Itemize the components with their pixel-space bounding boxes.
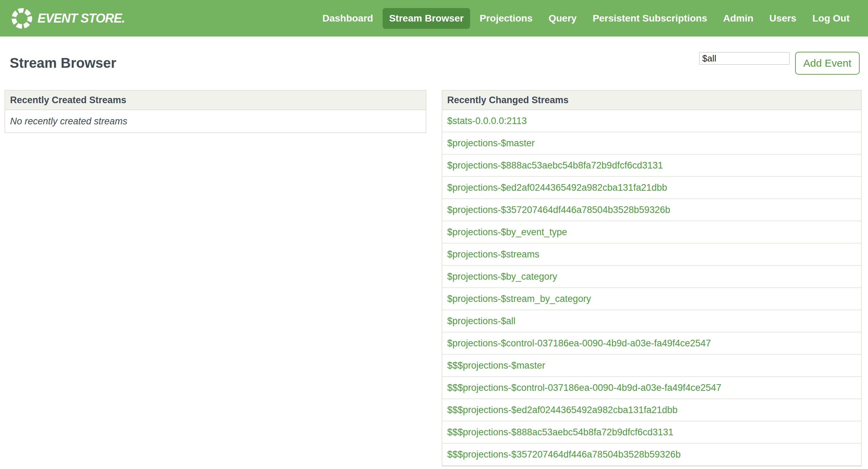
stream-row: $stats-0.0.0.0:2113 bbox=[442, 110, 861, 132]
stream-row: $projections-$master bbox=[442, 132, 861, 155]
stream-row: $projections-$control-037186ea-0090-4b9d… bbox=[442, 332, 861, 355]
stream-link[interactable]: $projections-$by_event_type bbox=[447, 227, 567, 238]
stream-link[interactable]: $$$projections-$control-037186ea-0090-4b… bbox=[447, 382, 721, 393]
stream-link[interactable]: $$$projections-$master bbox=[447, 360, 545, 371]
stream-row: $$$projections-$888ac53aebc54b8fa72b9dfc… bbox=[442, 421, 861, 444]
stream-row: $$$projections-$control-037186ea-0090-4b… bbox=[442, 377, 861, 399]
stream-row: $$$projections-$master bbox=[442, 355, 861, 377]
nav-item[interactable]: Admin bbox=[717, 8, 760, 29]
eventstore-wordmark: EVENT STORE. bbox=[37, 11, 125, 26]
stream-link[interactable]: $$$projections-$888ac53aebc54b8fa72b9dfc… bbox=[447, 427, 674, 438]
eventstore-brand: EVENT STORE. bbox=[10, 7, 125, 30]
stream-row: $projections-$888ac53aebc54b8fa72b9dfcf6… bbox=[442, 155, 861, 177]
eventstore-logo-icon bbox=[10, 7, 33, 30]
no-streams-message: No recently created streams bbox=[10, 116, 127, 127]
stream-link[interactable]: $projections-$357207464df446a78504b3528b… bbox=[447, 205, 670, 215]
stream-row: $$$projections-$357207464df446a78504b352… bbox=[442, 444, 861, 466]
stream-link[interactable]: $projections-$stream_by_category bbox=[447, 294, 591, 304]
stream-link[interactable]: $projections-$all bbox=[447, 316, 516, 327]
stream-row: $projections-$ed2af0244365492a982cba131f… bbox=[442, 177, 861, 199]
stream-row: $$$projections-$ed2af0244365492a982cba13… bbox=[442, 399, 861, 421]
stream-row: $projections-$streams bbox=[442, 244, 861, 266]
stream-row: $projections-$all bbox=[442, 310, 861, 332]
stream-link[interactable]: $stats-0.0.0.0:2113 bbox=[447, 116, 527, 126]
stream-link[interactable]: $projections-$master bbox=[447, 138, 535, 149]
stream-controls: Add Event bbox=[699, 52, 860, 75]
recently-changed-streams-panel: Recently Changed Streams $stats-0.0.0.0:… bbox=[442, 90, 862, 467]
stream-link[interactable]: $projections-$streams bbox=[447, 249, 540, 260]
page-header-row: Stream Browser Add Event bbox=[0, 36, 868, 74]
stream-name-input[interactable] bbox=[699, 52, 790, 65]
stream-link[interactable]: $projections-$888ac53aebc54b8fa72b9dfcf6… bbox=[447, 160, 663, 171]
empty-streams-row: No recently created streams bbox=[5, 110, 426, 132]
page-title: Stream Browser bbox=[10, 52, 116, 74]
nav-item[interactable]: Stream Browser bbox=[383, 8, 470, 29]
stream-link[interactable]: $projections-$control-037186ea-0090-4b9d… bbox=[447, 338, 711, 349]
stream-link[interactable]: $projections-$by_category bbox=[447, 271, 557, 282]
stream-link[interactable]: $$$projections-$357207464df446a78504b352… bbox=[447, 449, 681, 460]
stream-row: $projections-$stream_by_category bbox=[442, 288, 861, 310]
stream-row: $projections-$357207464df446a78504b3528b… bbox=[442, 199, 861, 221]
add-event-button[interactable]: Add Event bbox=[795, 52, 860, 75]
nav-item[interactable]: Persistent Subscriptions bbox=[586, 8, 714, 29]
recently-changed-streams-list: $stats-0.0.0.0:2113 $projections-$master… bbox=[442, 110, 861, 466]
stream-row: $projections-$by_event_type bbox=[442, 221, 861, 244]
recently-created-streams-panel: Recently Created Streams No recently cre… bbox=[5, 90, 426, 133]
nav-item[interactable]: Projections bbox=[473, 8, 539, 29]
top-navigation-bar: EVENT STORE. Dashboard Stream Browser Pr… bbox=[0, 0, 868, 36]
recently-created-streams-header: Recently Created Streams bbox=[5, 91, 426, 110]
stream-row: $projections-$by_category bbox=[442, 266, 861, 288]
nav-item[interactable]: Log Out bbox=[806, 8, 856, 29]
nav-item[interactable]: Dashboard bbox=[316, 8, 379, 29]
stream-link[interactable]: $$$projections-$ed2af0244365492a982cba13… bbox=[447, 405, 678, 415]
nav-item[interactable]: Query bbox=[542, 8, 583, 29]
main-nav: Dashboard Stream Browser Projections Que… bbox=[316, 8, 856, 29]
panels-row: Recently Created Streams No recently cre… bbox=[0, 90, 868, 467]
recently-changed-streams-header: Recently Changed Streams bbox=[442, 91, 861, 110]
nav-item[interactable]: Users bbox=[763, 8, 803, 29]
stream-link[interactable]: $projections-$ed2af0244365492a982cba131f… bbox=[447, 182, 667, 193]
